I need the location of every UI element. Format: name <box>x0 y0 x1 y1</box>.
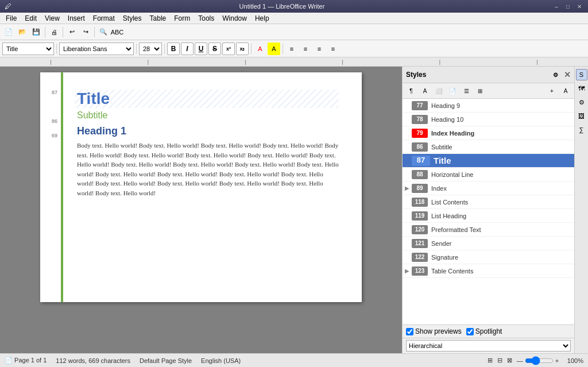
styles-dropdown[interactable]: Hierarchical <box>406 340 571 351</box>
style-name: Index Heading <box>431 130 474 137</box>
style-type-page[interactable]: 📄 <box>446 85 459 96</box>
align-left-btn[interactable]: ≡ <box>285 43 298 55</box>
underline-button[interactable]: U <box>195 43 207 55</box>
style-item[interactable]: 78 Heading 10 <box>403 113 574 126</box>
style-name: Signature <box>431 254 458 261</box>
sep1 <box>45 27 45 37</box>
strike-button[interactable]: S <box>208 43 221 55</box>
show-previews-checkbox[interactable] <box>406 328 413 335</box>
open-btn[interactable]: 📂 <box>16 26 29 38</box>
style-type-list[interactable]: ☰ <box>460 85 473 96</box>
sep8 <box>283 44 283 54</box>
ruler: || || || <box>0 57 588 67</box>
style-select[interactable]: Title <box>2 43 54 55</box>
right-sidebar: S 🗺 ⚙ 🖼 ∑ <box>574 67 588 353</box>
menu-item-file[interactable]: File <box>2 13 20 24</box>
style-item[interactable]: 120 Preformatted Text <box>403 223 574 237</box>
zoom-slider[interactable]: — + <box>517 356 563 365</box>
spotlight-label[interactable]: Spotlight <box>466 327 502 335</box>
align-right-btn[interactable]: ≡ <box>313 43 326 55</box>
style-item[interactable]: 118 List Contents <box>403 195 574 209</box>
show-previews-label[interactable]: Show previews <box>406 327 462 335</box>
view-web-btn[interactable]: ⊟ <box>497 357 502 364</box>
styles-list[interactable]: 77 Heading 9 78 Heading 10 79 Index Head… <box>403 99 574 324</box>
find-btn[interactable]: 🔍 <box>97 26 110 38</box>
italic-button[interactable]: I <box>181 43 194 55</box>
style-item[interactable]: 121 Sender <box>403 237 574 250</box>
style-item[interactable]: 79 Index Heading <box>403 126 574 140</box>
style-type-para[interactable]: ¶ <box>405 85 417 96</box>
sep5 <box>136 44 137 54</box>
close-button[interactable]: ✕ <box>575 2 583 10</box>
styles-panel: Styles ⚙ ✕ ¶ A ⬜ 📄 ☰ ⊞ + A 77 Heading 9 <box>402 67 574 353</box>
font-color-btn[interactable]: A <box>254 43 266 55</box>
style-name: Sender <box>431 240 451 247</box>
properties-btn[interactable]: ⚙ <box>576 96 587 108</box>
align-justify-btn[interactable]: ≡ <box>327 43 339 55</box>
highlight-btn[interactable]: A <box>268 43 280 55</box>
navigator-btn[interactable]: 🗺 <box>576 83 587 94</box>
styles-panel-toggle[interactable]: S <box>576 69 587 80</box>
styles-footer: Show previews Spotlight <box>403 324 574 338</box>
style-name: Subtitle <box>431 144 452 150</box>
redo-btn[interactable]: ↪ <box>79 26 92 38</box>
style-item[interactable]: ▶ 123 Table Contents <box>403 264 574 278</box>
functions-btn[interactable]: ∑ <box>576 124 587 136</box>
size-select[interactable]: 28 pt <box>139 43 162 55</box>
maximize-button[interactable]: □ <box>564 2 572 10</box>
style-new-btn[interactable]: + <box>546 85 558 96</box>
undo-btn[interactable]: ↩ <box>65 26 78 38</box>
doc-body: Body text. Hello world! Body text. Hello… <box>75 141 339 198</box>
sep7 <box>251 44 252 54</box>
spotlight-checkbox[interactable] <box>466 328 474 335</box>
style-name: Title <box>434 156 451 165</box>
title-bar-title: Untitled 1 — LibreOffice Writer <box>11 3 552 10</box>
style-item[interactable]: 88 Horizontal Line <box>403 168 574 181</box>
menu-item-window[interactable]: Window <box>219 13 250 24</box>
style-name: Heading 9 <box>431 102 460 109</box>
menu-item-styles[interactable]: Styles <box>119 13 145 24</box>
sub-button[interactable]: x₂ <box>236 43 249 55</box>
doc-subtitle: Subtitle <box>75 110 339 121</box>
menu-item-format[interactable]: Format <box>90 13 118 24</box>
save-btn[interactable]: 💾 <box>30 26 42 38</box>
main-area: 87 86 69 Title Subtitle Heading 1 Body t… <box>0 67 588 353</box>
font-select[interactable]: Liberation Sans <box>59 43 134 55</box>
styles-close-btn[interactable]: ✕ <box>564 70 571 79</box>
style-item[interactable]: 86 Subtitle <box>403 140 574 154</box>
style-name: Preformatted Text <box>431 226 481 233</box>
format-bar: Title Liberation Sans 28 pt B I U S x² x… <box>0 40 588 57</box>
style-item-title[interactable]: 87 Title <box>403 154 574 168</box>
menu-item-tools[interactable]: Tools <box>195 13 218 24</box>
menu-item-form[interactable]: Form <box>171 13 194 24</box>
document-area[interactable]: 87 86 69 Title Subtitle Heading 1 Body t… <box>0 67 402 353</box>
view-normal-btn[interactable]: ⊞ <box>488 357 493 364</box>
view-book-btn[interactable]: ⊠ <box>507 357 512 364</box>
style-item[interactable]: 122 Signature <box>403 250 574 264</box>
style-type-char[interactable]: A <box>419 85 431 96</box>
sep4 <box>56 44 57 54</box>
super-button[interactable]: x² <box>222 43 235 55</box>
menu-item-edit[interactable]: Edit <box>21 13 40 24</box>
menu-item-insert[interactable]: Insert <box>64 13 88 24</box>
style-name: List Contents <box>431 199 468 206</box>
gallery-btn[interactable]: 🖼 <box>576 110 587 122</box>
spell-btn[interactable]: ABC <box>111 26 123 38</box>
styles-settings-btn[interactable]: ⚙ <box>549 69 562 80</box>
bold-button[interactable]: B <box>167 43 180 55</box>
doc-title: Title <box>75 90 339 108</box>
menu-item-table[interactable]: Table <box>146 13 170 24</box>
style-color-btn[interactable]: A <box>559 85 572 96</box>
style-type-table[interactable]: ⊞ <box>474 85 486 96</box>
style-item[interactable]: 77 Heading 9 <box>403 99 574 113</box>
style-item[interactable]: ▶ 89 Index <box>403 181 574 195</box>
page-indicator: 📄 Page 1 of 1 <box>5 357 47 364</box>
menu-item-help[interactable]: Help <box>252 13 273 24</box>
minimize-button[interactable]: – <box>552 2 560 10</box>
align-center-btn[interactable]: ≡ <box>299 43 312 55</box>
menu-item-view[interactable]: View <box>41 13 63 24</box>
style-item[interactable]: 119 List Heading <box>403 209 574 223</box>
new-btn[interactable]: 📄 <box>2 26 15 38</box>
style-type-frame[interactable]: ⬜ <box>432 85 445 96</box>
print-btn[interactable]: 🖨 <box>48 26 60 38</box>
